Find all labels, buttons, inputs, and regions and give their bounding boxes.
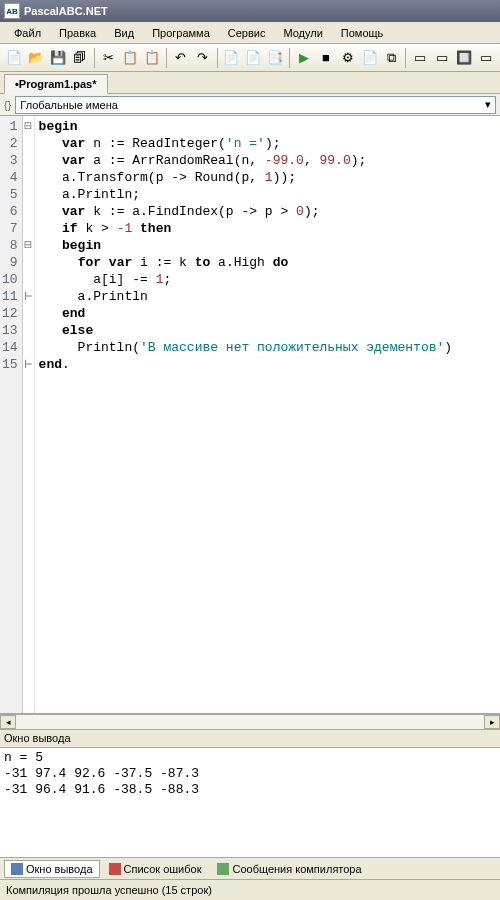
editor[interactable]: 123456789101112131415 ⊟ ⊟ ⊢ ⊢ begin var …	[0, 116, 500, 714]
statusbar: Компиляция прошла успешно (15 строк)	[0, 880, 500, 900]
h-scrollbar[interactable]: ◂ ▸	[0, 714, 500, 730]
bottom-tabs: Окно выводаСписок ошибокСообщения компил…	[0, 858, 500, 880]
titlebar: AB PascalABC.NET	[0, 0, 500, 22]
menu-service[interactable]: Сервис	[220, 25, 274, 41]
stop-icon[interactable]: ■	[316, 47, 336, 69]
cut-icon[interactable]: ✂	[98, 47, 118, 69]
tab-label: Окно вывода	[26, 863, 93, 875]
tab-icon	[109, 863, 121, 875]
separator-icon	[217, 48, 218, 68]
open-icon[interactable]: 📂	[26, 47, 46, 69]
tool-icon[interactable]: 📄	[360, 47, 380, 69]
code-area[interactable]: begin var n := ReadInteger('n ='); var a…	[35, 116, 500, 713]
separator-icon	[166, 48, 167, 68]
undo-icon[interactable]: ↶	[171, 47, 191, 69]
paste-icon[interactable]: 📋	[142, 47, 162, 69]
settings-icon[interactable]: ⚙	[338, 47, 358, 69]
tab-icon	[217, 863, 229, 875]
fold-column[interactable]: ⊟ ⊟ ⊢ ⊢	[23, 116, 35, 713]
scope-braces-icon: {}	[4, 99, 11, 111]
tab-program1[interactable]: •Program1.pas*	[4, 74, 108, 94]
separator-icon	[289, 48, 290, 68]
chevron-down-icon: ▾	[485, 98, 491, 111]
menu-modules[interactable]: Модули	[275, 25, 330, 41]
tab-label: Сообщения компилятора	[232, 863, 361, 875]
toolbar: 📄 📂 💾 🗐 ✂ 📋 📋 ↶ ↷ 📄 📄 📑 ▶ ■ ⚙ 📄 ⧉ ▭ ▭ 🔲 …	[0, 44, 500, 72]
bottom-tab[interactable]: Окно вывода	[4, 860, 100, 878]
menu-edit[interactable]: Правка	[51, 25, 104, 41]
copy-icon[interactable]: 📋	[120, 47, 140, 69]
redo-icon[interactable]: ↷	[193, 47, 213, 69]
layout-icon[interactable]: ▭	[410, 47, 430, 69]
menu-help[interactable]: Помощь	[333, 25, 392, 41]
scope-label: Глобальные имена	[20, 99, 118, 111]
layout-icon[interactable]: ▭	[432, 47, 452, 69]
tool-icon[interactable]: 📄	[222, 47, 242, 69]
scroll-track[interactable]	[16, 715, 484, 729]
menu-program[interactable]: Программа	[144, 25, 218, 41]
menubar: Файл Правка Вид Программа Сервис Модули …	[0, 22, 500, 44]
layout-icon[interactable]: 🔲	[454, 47, 474, 69]
output-pane[interactable]: n = 5 -31 97.4 92.6 -37.5 -87.3 -31 96.4…	[0, 748, 500, 858]
separator-icon	[405, 48, 406, 68]
scope-row: {} Глобальные имена ▾	[0, 94, 500, 116]
title-text: PascalABC.NET	[24, 5, 108, 17]
bottom-tab[interactable]: Сообщения компилятора	[210, 860, 368, 878]
save-icon[interactable]: 💾	[48, 47, 68, 69]
menu-view[interactable]: Вид	[106, 25, 142, 41]
separator-icon	[94, 48, 95, 68]
output-header: Окно вывода	[0, 730, 500, 748]
tool-icon[interactable]: 📄	[243, 47, 263, 69]
status-text: Компиляция прошла успешно (15 строк)	[6, 884, 212, 896]
bottom-tab[interactable]: Список ошибок	[102, 860, 209, 878]
tab-label: Список ошибок	[124, 863, 202, 875]
line-gutter: 123456789101112131415	[0, 116, 23, 713]
menu-file[interactable]: Файл	[6, 25, 49, 41]
tab-icon	[11, 863, 23, 875]
app-icon: AB	[4, 3, 20, 19]
new-icon[interactable]: 📄	[4, 47, 24, 69]
scope-dropdown[interactable]: Глобальные имена ▾	[15, 96, 496, 114]
scroll-right-icon[interactable]: ▸	[484, 715, 500, 729]
tool-icon[interactable]: ⧉	[382, 47, 402, 69]
tool-icon[interactable]: 📑	[265, 47, 285, 69]
saveall-icon[interactable]: 🗐	[70, 47, 90, 69]
run-icon[interactable]: ▶	[294, 47, 314, 69]
scroll-left-icon[interactable]: ◂	[0, 715, 16, 729]
file-tabs: •Program1.pas*	[0, 72, 500, 94]
layout-icon[interactable]: ▭	[476, 47, 496, 69]
